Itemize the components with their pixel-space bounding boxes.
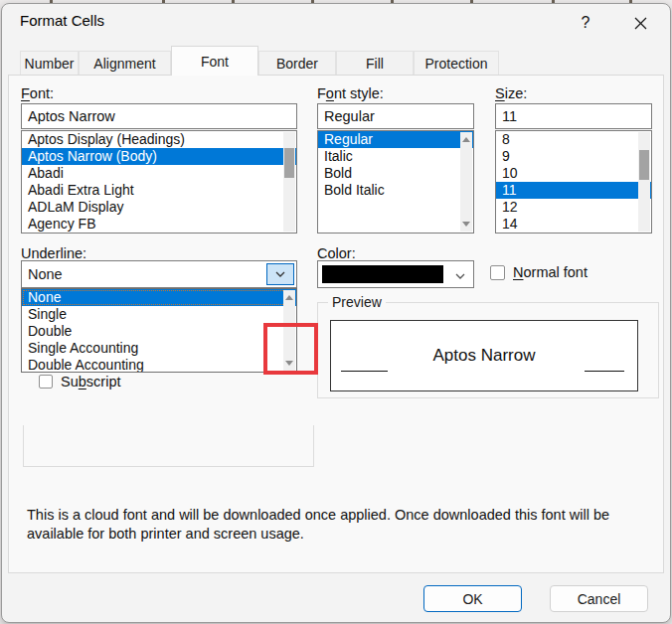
annotation-highlight bbox=[263, 323, 318, 375]
help-button[interactable]: ? bbox=[573, 10, 598, 36]
font-tab-page: Font: Aptos Display (Headings)Aptos Narr… bbox=[8, 75, 664, 573]
font-input[interactable] bbox=[21, 103, 297, 129]
font-label: Font: bbox=[21, 85, 54, 101]
list-item[interactable]: ADLaM Display bbox=[22, 199, 296, 216]
dropdown-option[interactable]: Double Accounting bbox=[22, 357, 296, 373]
tab-border[interactable]: Border bbox=[258, 51, 336, 76]
list-item[interactable]: Italic bbox=[318, 148, 473, 165]
help-icon: ? bbox=[582, 14, 590, 31]
scrollbar-thumb[interactable] bbox=[639, 150, 649, 180]
underline-combobox[interactable]: None bbox=[21, 260, 297, 288]
normal-font-checkbox[interactable] bbox=[490, 265, 505, 280]
format-cells-dialog: Format Cells ? Number Alignment Font Bor… bbox=[1, 3, 671, 623]
preview-box: Aptos Narrow bbox=[330, 320, 638, 391]
underline-value: None bbox=[28, 261, 63, 287]
list-item[interactable]: Bold Italic bbox=[318, 182, 473, 199]
font-style-list: RegularItalicBoldBold Italic bbox=[317, 130, 474, 234]
chevron-down-icon[interactable] bbox=[455, 265, 465, 283]
font-style-input[interactable] bbox=[317, 103, 474, 129]
size-list-items: 8910111214 bbox=[496, 131, 651, 233]
list-item[interactable]: Regular bbox=[318, 131, 473, 148]
list-item[interactable]: Agency FB bbox=[22, 216, 296, 233]
ok-button[interactable]: OK bbox=[423, 585, 522, 612]
dropdown-option[interactable]: Single Accounting bbox=[22, 340, 296, 357]
size-scrollbar[interactable] bbox=[638, 132, 650, 232]
underline-label: Underline: bbox=[21, 245, 86, 261]
size-list: 8910111214 bbox=[495, 130, 652, 234]
subscript-checkbox[interactable] bbox=[39, 375, 53, 389]
color-combobox[interactable] bbox=[317, 260, 474, 288]
tab-protection[interactable]: Protection bbox=[414, 51, 499, 76]
normal-font-row: Normal font bbox=[490, 264, 588, 280]
subscript-row: Subscript bbox=[39, 374, 120, 390]
list-item[interactable]: 11 bbox=[496, 182, 651, 199]
tab-fill[interactable]: Fill bbox=[336, 51, 414, 76]
color-label: Color: bbox=[317, 245, 356, 261]
size-input[interactable] bbox=[495, 103, 652, 129]
list-item[interactable]: 9 bbox=[496, 148, 651, 165]
list-item[interactable]: 10 bbox=[496, 165, 651, 182]
list-item[interactable]: Bold bbox=[318, 165, 473, 182]
tab-font[interactable]: Font bbox=[171, 46, 258, 76]
tab-number[interactable]: Number bbox=[20, 51, 79, 76]
font-list: Aptos Display (Headings)Aptos Narrow (Bo… bbox=[21, 130, 297, 234]
scroll-up-icon[interactable] bbox=[462, 137, 470, 142]
list-item[interactable]: Aptos Display (Headings) bbox=[22, 131, 296, 148]
list-item[interactable]: Aptos Narrow (Body) bbox=[22, 148, 296, 165]
tab-alignment[interactable]: Alignment bbox=[79, 51, 171, 76]
list-item[interactable]: 14 bbox=[496, 216, 651, 233]
list-item[interactable]: Abadi bbox=[22, 165, 296, 182]
underline-dropdown-list: NoneSingleDoubleSingle AccountingDouble … bbox=[21, 288, 297, 373]
font-style-list-items: RegularItalicBoldBold Italic bbox=[318, 131, 473, 199]
preview-legend: Preview bbox=[328, 294, 386, 310]
dialog-title: Format Cells bbox=[20, 12, 104, 29]
effects-groupbox bbox=[23, 425, 314, 467]
scroll-up-icon[interactable] bbox=[285, 295, 293, 300]
list-item[interactable]: Abadi Extra Light bbox=[22, 182, 296, 199]
cloud-font-note: This is a cloud font and will be downloa… bbox=[27, 506, 667, 544]
font-style-label: Font style: bbox=[317, 85, 384, 101]
color-swatch bbox=[322, 265, 443, 283]
preview-groupbox: Preview Aptos Narrow bbox=[317, 302, 659, 398]
dropdown-option[interactable]: None bbox=[22, 289, 296, 306]
dropdown-option[interactable]: Single bbox=[22, 306, 296, 323]
font-list-items: Aptos Display (Headings)Aptos Narrow (Bo… bbox=[22, 131, 296, 233]
dropdown-option[interactable]: Double bbox=[22, 323, 296, 340]
subscript-label: Subscript bbox=[61, 374, 120, 390]
chevron-down-icon bbox=[275, 271, 285, 277]
list-item[interactable]: 8 bbox=[496, 131, 651, 148]
underline-dropdown-button[interactable] bbox=[266, 263, 294, 285]
underline-options: NoneSingleDoubleSingle AccountingDouble … bbox=[22, 289, 296, 373]
close-button[interactable] bbox=[626, 10, 654, 36]
normal-font-label: Normal font bbox=[513, 264, 588, 280]
close-icon bbox=[634, 17, 647, 30]
font-list-scrollbar[interactable] bbox=[283, 132, 295, 232]
preview-text: Aptos Narrow bbox=[331, 321, 637, 390]
font-style-scrollbar[interactable] bbox=[460, 132, 472, 232]
scrollbar-thumb[interactable] bbox=[284, 148, 294, 178]
scroll-down-icon[interactable] bbox=[462, 222, 470, 227]
cancel-button[interactable]: Cancel bbox=[550, 585, 648, 612]
size-label: Size: bbox=[495, 85, 527, 101]
list-item[interactable]: 12 bbox=[496, 199, 651, 216]
